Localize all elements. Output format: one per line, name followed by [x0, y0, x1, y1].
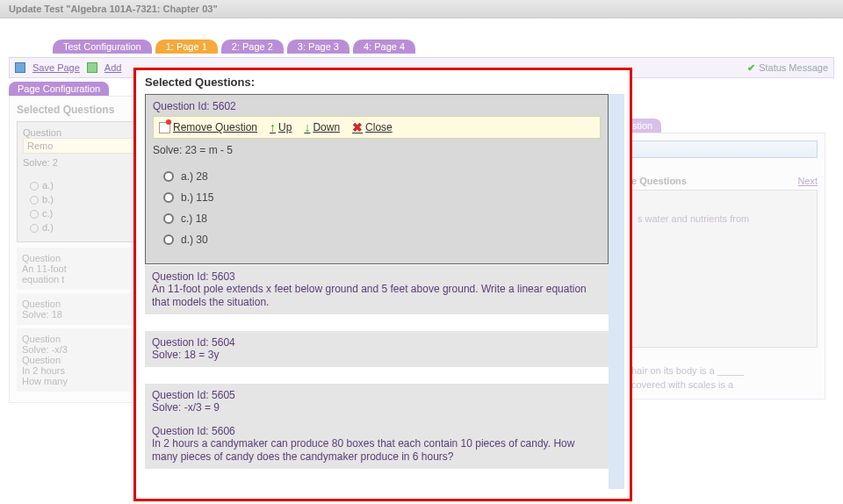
tab-page-4[interactable]: 4: Page 4 — [353, 40, 415, 54]
close-link[interactable]: ✖Close — [352, 120, 393, 134]
check-icon: ✔ — [747, 62, 755, 74]
available-question-box[interactable]: s water and nutrients from — [631, 190, 818, 348]
radio-icon — [163, 192, 174, 203]
scroll-down-button[interactable]: ▼ — [609, 474, 624, 489]
question-5605[interactable]: Question Id: 5605 Solve: -x/3 = 9 — [145, 383, 609, 420]
selected-questions-modal: Selected Questions: ▲ ▼ Question Id: 560… — [133, 68, 632, 501]
save-page-link[interactable]: Save Page — [32, 62, 80, 73]
right-column: stion e Questions Next s water and nutri… — [623, 82, 825, 400]
tab-page-2[interactable]: 2: Page 2 — [221, 40, 284, 54]
radio-icon — [163, 171, 174, 182]
question-prompt: Solve: 23 = m - 5 — [153, 144, 601, 156]
scroll-up-button[interactable]: ▲ — [609, 94, 624, 109]
save-icon — [15, 62, 25, 73]
move-up-link[interactable]: ↑Up — [270, 120, 292, 134]
option-c[interactable]: c.) 18 — [163, 212, 601, 225]
question-5606[interactable]: Question Id: 5606 In 2 hours a candymake… — [145, 420, 609, 469]
category-dropdown[interactable] — [631, 140, 818, 158]
tab-page-1[interactable]: 1: Page 1 — [155, 40, 218, 54]
question-toolbar: Remove Question ↑Up ↓Down ✖Close — [153, 116, 601, 139]
next-link[interactable]: Next — [797, 176, 818, 186]
window-title: Update Test "Algebra 101A-7321: Chapter … — [0, 0, 843, 18]
available-below-text: hair on its body is a _____ covered with… — [631, 364, 818, 392]
tabs-row: Test Configuration 1: Page 1 2: Page 2 3… — [53, 40, 415, 54]
move-down-link[interactable]: ↓Down — [304, 120, 340, 134]
option-d[interactable]: d.) 30 — [163, 234, 601, 246]
remove-question-link[interactable]: Remove Question — [159, 121, 257, 133]
status-message: ✔ Status Message — [747, 62, 828, 74]
modal-title: Selected Questions: — [145, 76, 624, 89]
question-5603[interactable]: Question Id: 5603 An 11-foot pole extend… — [145, 264, 609, 314]
up-arrow-icon: ↑ — [270, 120, 276, 134]
radio-icon — [163, 234, 174, 245]
option-a[interactable]: a.) 28 — [163, 170, 601, 183]
tab-test-configuration[interactable]: Test Configuration — [53, 40, 152, 54]
add-link[interactable]: Add — [104, 62, 122, 73]
available-questions-heading: e Questions — [631, 176, 687, 186]
question-id-label: Question Id: 5602 — [153, 100, 601, 112]
page-configuration-tab: Page Configuration — [9, 82, 109, 96]
option-b[interactable]: b.) 115 — [163, 191, 601, 204]
remove-icon — [159, 122, 170, 133]
tab-page-3[interactable]: 3: Page 3 — [287, 40, 349, 54]
add-icon — [87, 62, 97, 73]
status-text: Status Message — [759, 62, 828, 73]
down-arrow-icon: ↓ — [304, 120, 310, 134]
radio-icon — [163, 213, 174, 224]
modal-scroll-area[interactable]: ▲ ▼ Question Id: 5602 Remove Question ↑U… — [145, 94, 624, 489]
question-5604[interactable]: Question Id: 5604 Solve: 18 = 3y — [145, 330, 609, 367]
question-5602: Question Id: 5602 Remove Question ↑Up ↓D… — [145, 94, 609, 264]
close-icon: ✖ — [352, 120, 363, 134]
